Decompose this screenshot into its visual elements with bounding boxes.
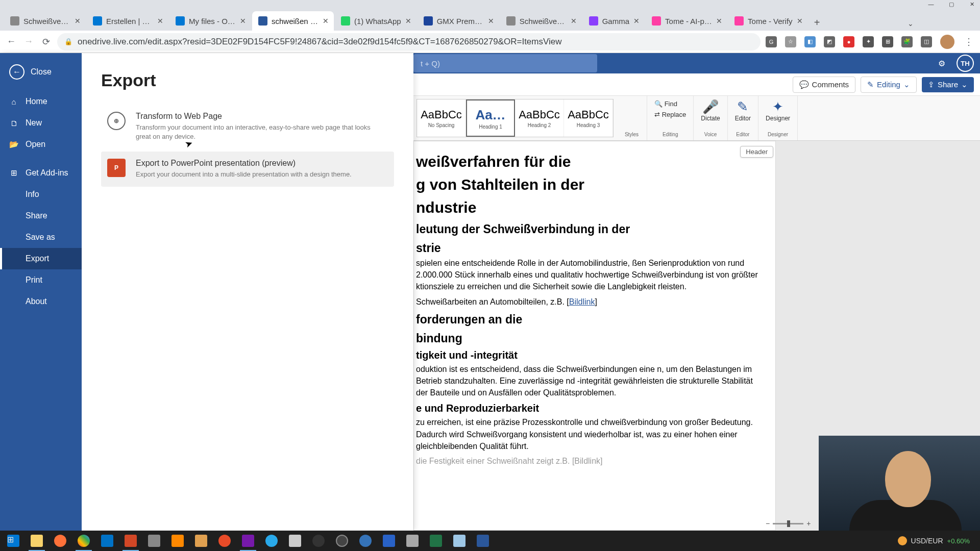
tb-onenote[interactable] (238, 531, 258, 551)
ext-icon[interactable]: ◩ (824, 36, 835, 47)
user-avatar[interactable]: TH (957, 55, 974, 72)
editor-button[interactable]: ✎ Editor (735, 99, 751, 122)
group-label-voice: Voice (704, 132, 717, 137)
browser-tab[interactable]: schweißen 003.do✕ (252, 11, 334, 31)
share-button[interactable]: ⇪ Share ⌄ (922, 77, 974, 92)
nav-about[interactable]: About (0, 291, 82, 312)
tb-file-explorer[interactable] (27, 531, 47, 551)
styles-gallery[interactable]: AaBbCcNo SpacingAa…Heading 1AaBbCcHeadin… (416, 99, 614, 137)
nav-saveas[interactable]: Save as (0, 227, 82, 248)
ext-icon[interactable]: ⊞ (882, 36, 893, 47)
document-canvas[interactable]: weißverfahren für die g von Stahlteilen … (413, 141, 776, 531)
tab-close-icon[interactable]: ✕ (571, 17, 577, 25)
browser-tab[interactable]: My files - OneDriv✕ (169, 11, 251, 31)
style-item[interactable]: AaBbCcHeading 2 (515, 99, 564, 137)
tb-app[interactable] (402, 531, 423, 551)
reload-button[interactable]: ⟳ (40, 36, 52, 48)
tb-outlook[interactable] (97, 531, 117, 551)
nav-info[interactable]: Info (0, 184, 82, 205)
tab-close-icon[interactable]: ✕ (633, 17, 640, 25)
ext-icon[interactable]: ◧ (804, 36, 816, 47)
nav-export[interactable]: Export (0, 248, 82, 269)
tb-powerpoint[interactable] (120, 531, 141, 551)
ext-icon[interactable]: ● (843, 36, 854, 47)
style-item[interactable]: AaBbCcNo Spacing (417, 99, 466, 137)
new-tab-button[interactable]: + (809, 14, 825, 31)
tb-app[interactable] (144, 531, 164, 551)
tab-close-icon[interactable]: ✕ (797, 17, 803, 25)
editing-mode-button[interactable]: ✎ Editing ⌄ (861, 77, 917, 93)
tb-notepad[interactable] (449, 531, 470, 551)
tb-firefox[interactable] (50, 531, 70, 551)
profile-avatar[interactable] (940, 35, 954, 49)
search-box[interactable]: t + Q) (413, 54, 597, 72)
tb-app[interactable] (191, 531, 211, 551)
nav-addins[interactable]: ⊞Get Add-ins (0, 162, 82, 184)
nav-home[interactable]: ⌂Home (0, 91, 82, 112)
tab-close-icon[interactable]: ✕ (405, 17, 411, 25)
tab-close-icon[interactable]: ✕ (488, 17, 494, 25)
tb-telegram[interactable] (261, 531, 282, 551)
tb-app[interactable] (379, 531, 399, 551)
zoom-track[interactable] (773, 523, 803, 524)
side-panel-icon[interactable]: ◫ (921, 36, 932, 47)
address-bar[interactable]: 🔒 onedrive.live.com/edit.aspx?resid=3DE0… (57, 33, 761, 51)
ext-icon[interactable]: G (766, 36, 777, 47)
tb-chrome[interactable] (74, 531, 94, 551)
tb-app[interactable] (285, 531, 305, 551)
tb-vlc[interactable] (167, 531, 188, 551)
backstage-close[interactable]: ← Close (0, 58, 82, 86)
browser-tab[interactable]: (1) WhatsApp✕ (335, 11, 416, 31)
browser-tab[interactable]: Schweißverfahren✕ (4, 11, 86, 31)
nav-open[interactable]: 📂Open (0, 134, 82, 155)
replace-button[interactable]: ⇄ Replace (654, 110, 686, 120)
browser-tab[interactable]: GMX Premium - E✕ (418, 11, 499, 31)
window-maximize[interactable]: ▢ (947, 0, 955, 8)
window-minimize[interactable]: — (927, 0, 935, 8)
tb-app[interactable] (308, 531, 329, 551)
browser-tab[interactable]: Tome - AI-powere✕ (646, 11, 727, 31)
tab-close-icon[interactable]: ✕ (240, 17, 246, 25)
tb-excel[interactable] (426, 531, 446, 551)
settings-icon[interactable]: ⚙ (933, 55, 950, 72)
tabs-dropdown[interactable]: ⌄ (902, 16, 919, 31)
nav-share[interactable]: Share (0, 205, 82, 227)
currency-widget[interactable]: USD/EUR +0.60% (898, 536, 970, 545)
back-button[interactable]: ← (5, 36, 17, 48)
style-item[interactable]: Aa…Heading 1 (466, 99, 515, 137)
export-option-webpage[interactable]: ⊕ Transform to Web Page Transform your d… (101, 105, 394, 148)
browser-tab[interactable]: Erstellen | Microso✕ (87, 11, 168, 31)
tab-close-icon[interactable]: ✕ (75, 17, 81, 25)
tab-close-icon[interactable]: ✕ (157, 17, 163, 25)
style-sample: AaBbCc (568, 108, 609, 121)
tb-word[interactable] (473, 531, 493, 551)
designer-button[interactable]: ✦ Designer (766, 99, 790, 122)
extensions-menu-icon[interactable]: 🧩 (901, 36, 913, 47)
tb-app[interactable] (214, 531, 235, 551)
tb-app[interactable] (332, 531, 352, 551)
browser-tab[interactable]: Tome - Verify✕ (728, 11, 808, 31)
tb-app[interactable] (355, 531, 376, 551)
tab-close-icon[interactable]: ✕ (323, 17, 329, 25)
zoom-slider[interactable]: − + (766, 518, 817, 529)
find-button[interactable]: 🔍 Find (654, 99, 686, 110)
browser-tab[interactable]: Schweißverfahren✕ (500, 11, 582, 31)
browser-tab[interactable]: Gamma✕ (583, 11, 645, 31)
header-indicator[interactable]: Header (740, 146, 773, 158)
doc-link[interactable]: Bildlink (569, 297, 595, 306)
ext-icon[interactable]: ☆ (785, 36, 796, 47)
tab-close-icon[interactable]: ✕ (716, 17, 722, 25)
ext-icon[interactable]: ✦ (863, 36, 874, 47)
export-option-powerpoint[interactable]: P Export to PowerPoint presentation (pre… (101, 152, 394, 186)
dictate-button[interactable]: 🎤 Dictate (701, 99, 720, 122)
comments-button[interactable]: 💬 Comments (793, 77, 856, 93)
chrome-menu[interactable]: ⋮ (963, 36, 975, 48)
start-button[interactable]: ⊞ (3, 531, 23, 551)
window-close[interactable]: ✕ (968, 0, 976, 8)
style-item[interactable]: AaBbCcHeading 3 (564, 99, 613, 137)
zoom-thumb[interactable] (787, 520, 790, 527)
nav-new[interactable]: 🗋New (0, 112, 82, 134)
zoom-in-icon[interactable]: + (806, 519, 811, 528)
zoom-out-icon[interactable]: − (766, 519, 770, 528)
nav-print[interactable]: Print (0, 269, 82, 291)
